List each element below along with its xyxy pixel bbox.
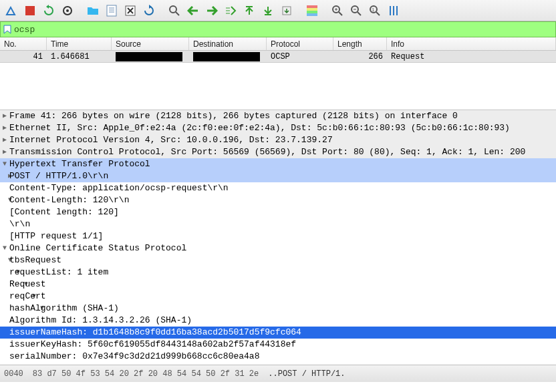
tree-req-cert[interactable]: ▼ reqCert: [0, 290, 556, 303]
tree-crlf[interactable]: \r\n: [0, 218, 556, 230]
packet-list-header: No. Time Source Destination Protocol Len…: [0, 37, 556, 51]
go-last-icon[interactable]: [259, 2, 277, 19]
svg-point-10: [170, 6, 176, 13]
save-file-icon[interactable]: [103, 2, 120, 19]
tree-tcp[interactable]: ▶Transmission Control Protocol, Src Port…: [0, 146, 556, 158]
colorize-icon[interactable]: [303, 2, 321, 19]
svg-text:1: 1: [372, 7, 374, 13]
tree-hash-algorithm[interactable]: ▼ hashAlgorithm (SHA-1): [0, 303, 556, 315]
tree-http-request[interactable]: [HTTP request 1/1]: [0, 230, 556, 242]
restart-capture-icon[interactable]: [40, 2, 57, 19]
packet-list-empty: [0, 63, 556, 110]
open-file-icon[interactable]: [84, 2, 102, 19]
svg-point-2: [66, 9, 69, 12]
auto-scroll-icon[interactable]: [278, 2, 295, 19]
tree-algorithm-id[interactable]: Algorithm Id: 1.3.14.3.2.26 (SHA-1): [0, 315, 556, 327]
cell-no: 41: [0, 52, 47, 61]
cell-time: 1.646681: [47, 52, 112, 61]
cell-destination-redacted: [193, 52, 260, 61]
svg-rect-0: [25, 6, 35, 15]
go-first-icon[interactable]: [241, 2, 258, 19]
reload-icon[interactable]: [140, 2, 158, 19]
hex-bytes: 83 d7 50 4f 53 54 20 2f 20 48 54 54 50 2…: [33, 369, 259, 379]
svg-line-27: [358, 12, 361, 15]
options-icon[interactable]: [59, 2, 76, 19]
tree-request-list[interactable]: ▼ requestList: 1 item: [0, 266, 556, 278]
tree-content-length[interactable]: ▼ Content-Length: 120\r\n: [0, 194, 556, 206]
column-source[interactable]: Source: [112, 37, 189, 50]
display-filter-bar: [0, 21, 556, 37]
svg-rect-21: [307, 13, 317, 16]
find-icon[interactable]: [166, 2, 183, 19]
bookmark-icon[interactable]: [3, 25, 11, 34]
svg-rect-3: [107, 5, 116, 16]
hex-view-row[interactable]: 0040 83 d7 50 4f 53 54 20 2f 20 48 54 54…: [0, 365, 556, 382]
hex-offset: 0040: [4, 369, 23, 379]
cell-source-redacted: [116, 52, 182, 61]
cell-length: 266: [333, 52, 387, 61]
go-back-icon[interactable]: [184, 2, 202, 19]
tree-ocsp[interactable]: ▼Online Certificate Status Protocol: [0, 242, 556, 254]
hex-ascii: ..POST / HTTP/1.: [268, 369, 345, 379]
column-time[interactable]: Time: [47, 37, 112, 50]
tree-content-type[interactable]: Content-Type: application/ocsp-request\r…: [0, 182, 556, 194]
svg-line-11: [176, 12, 179, 15]
tree-issuer-key-hash[interactable]: issuerKeyHash: 5f60cf619055df8443148a602…: [0, 339, 556, 351]
close-file-icon[interactable]: [122, 2, 139, 19]
tree-ethernet[interactable]: ▶Ethernet II, Src: Apple_0f:e2:4a (2c:f0…: [0, 122, 556, 134]
zoom-reset-icon[interactable]: 1: [366, 2, 384, 19]
tree-content-length-value[interactable]: [Content length: 120]: [0, 206, 556, 218]
stop-capture-icon[interactable]: [21, 2, 39, 19]
column-destination[interactable]: Destination: [189, 37, 267, 50]
tree-frame[interactable]: ▶Frame 41: 266 bytes on wire (2128 bits)…: [0, 110, 556, 122]
column-length[interactable]: Length: [333, 37, 387, 50]
tree-issuer-name-hash[interactable]: issuerNameHash: d1b1648b8c9f0dd16ba38acd…: [0, 327, 556, 339]
column-no[interactable]: No.: [0, 37, 47, 50]
svg-rect-18: [307, 5, 317, 8]
svg-line-23: [339, 12, 342, 15]
svg-rect-19: [307, 8, 317, 11]
tree-ip[interactable]: ▶Internet Protocol Version 4, Src: 10.0.…: [0, 134, 556, 146]
tree-request[interactable]: ▼ Request: [0, 278, 556, 290]
column-info[interactable]: Info: [387, 37, 556, 50]
resize-columns-icon[interactable]: [385, 2, 402, 19]
tree-tbs-request[interactable]: ▼ tbsRequest: [0, 254, 556, 266]
cell-info: Request: [387, 52, 556, 61]
zoom-in-icon[interactable]: [329, 2, 346, 19]
cell-protocol: OCSP: [267, 52, 333, 61]
svg-rect-20: [307, 11, 317, 13]
tree-http[interactable]: ▼Hypertext Transfer Protocol: [0, 158, 556, 170]
svg-line-30: [376, 12, 380, 15]
tree-serial-number[interactable]: serialNumber: 0x7e34f9c3d2d21d999b668cc6…: [0, 351, 556, 363]
display-filter-input[interactable]: [14, 25, 553, 35]
column-protocol[interactable]: Protocol: [267, 37, 333, 50]
packet-row[interactable]: 41 1.646681 OCSP 266 Request: [0, 51, 556, 63]
shark-fin-icon[interactable]: [3, 2, 20, 19]
go-to-packet-icon[interactable]: [222, 2, 239, 19]
tree-http-post[interactable]: ▶ POST / HTTP/1.0\r\n: [0, 170, 556, 182]
zoom-out-icon[interactable]: [348, 2, 365, 19]
main-toolbar: 1: [0, 0, 556, 21]
go-forward-icon[interactable]: [203, 2, 221, 19]
packet-details-tree: ▶Frame 41: 266 bytes on wire (2128 bits)…: [0, 110, 556, 365]
